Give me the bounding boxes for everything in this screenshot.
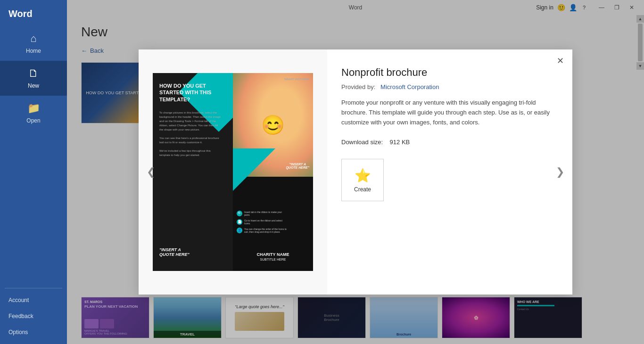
open-folder-icon: 📁 [27,102,40,115]
provided-by-label: Provided by: [341,83,375,90]
provider-link[interactable]: Microsoft Corporation [380,83,439,90]
icon-circle-3: 👤 [237,228,242,233]
modal-prev-button[interactable]: ❮ [142,164,159,180]
modal-template-title: Nonprofit brochure [341,66,555,79]
modal-info-panel: Nonprofit brochure Provided by: Microsof… [327,49,572,295]
brochure-charity-name: CHARITY NAMESUBTITLE HERE [233,252,313,262]
create-star-icon: ⭐ [355,168,371,183]
template-detail-modal: ✕ ❮ HOW DO YOU GETSTARTED WITH THISTEMPL… [139,49,572,295]
sidebar-item-open[interactable]: 📁 Open [0,96,67,131]
modal-close-button[interactable]: ✕ [553,54,567,67]
sidebar-item-feedback[interactable]: Feedback [0,308,67,324]
modal-description: Promote your nonprofit or any venture wi… [341,98,555,127]
create-button[interactable]: ⭐ Create [341,159,384,201]
create-label: Create [354,186,371,193]
sidebar-bottom: Account Feedback Options [0,292,67,344]
modal-provider: Provided by: Microsoft Corporation [341,83,555,90]
sidebar-item-home[interactable]: ⌂ Home [0,26,67,61]
sidebar-divider [5,288,62,288]
icon-circle-1: 🔍 [237,211,242,216]
brochure-icons: 🔍 Insert tab in the ribbon to make yourp… [237,211,287,233]
icon-circle-2: 📄 [237,219,242,225]
modal-preview-area: HOW DO YOU GETSTARTED WITH THISTEMPLATE?… [139,49,327,295]
sidebar-nav: ⌂ Home 🗋 New 📁 Open [0,26,67,284]
modal-overlay: ✕ ❮ HOW DO YOU GETSTARTED WITH THISTEMPL… [67,0,644,344]
modal-download-size: Download size: 912 KB [341,139,555,146]
new-doc-icon: 🗋 [28,67,39,80]
sidebar-item-new[interactable]: 🗋 New [0,61,67,96]
smart-pictures-label: SMART PICTURES [284,78,309,81]
brochure-quote-right: "INSERT AQUOTE HERE" [286,163,309,169]
brochure-right-panel: SMART PICTURES 😊 "INSERT AQUOTE HERE" 🔍 … [233,73,313,271]
download-size-value: 912 KB [390,139,410,146]
sidebar-item-account[interactable]: Account [0,292,67,308]
brochure-quote-left: "INSERT AQUOTE HERE" [159,247,190,257]
download-size-label: Download size: [341,139,383,146]
brochure-preview: HOW DO YOU GETSTARTED WITH THISTEMPLATE?… [153,73,313,271]
sidebar-open-label: Open [26,117,40,124]
sidebar-home-label: Home [26,48,41,54]
sidebar-item-options[interactable]: Options [0,324,67,340]
modal-next-button[interactable]: ❯ [552,164,569,180]
brochure-icon-row-2: 📄 Go to Insert on the ribbon and selectI… [237,219,287,225]
brochure-body-text: To change pictures in this brochure, sel… [159,111,221,157]
sidebar: Word ⌂ Home 🗋 New 📁 Open Account Feedbac… [0,0,67,344]
app-brand: Word [0,0,67,26]
main-content: Word Sign in 🙂 👤 ? — ❐ ✕ New ← Back HOW [67,0,644,344]
sidebar-new-label: New [28,82,39,89]
brochure-left-panel: HOW DO YOU GETSTARTED WITH THISTEMPLATE?… [153,73,233,271]
home-icon: ⌂ [30,33,36,45]
brochure-icon-row-1: 🔍 Insert tab in the ribbon to make yourp… [237,211,287,216]
brochure-icon-row-3: 👤 You can change the order of the Icons … [237,228,287,233]
brochure-title-text: HOW DO YOU GETSTARTED WITH THISTEMPLATE? [159,82,211,103]
